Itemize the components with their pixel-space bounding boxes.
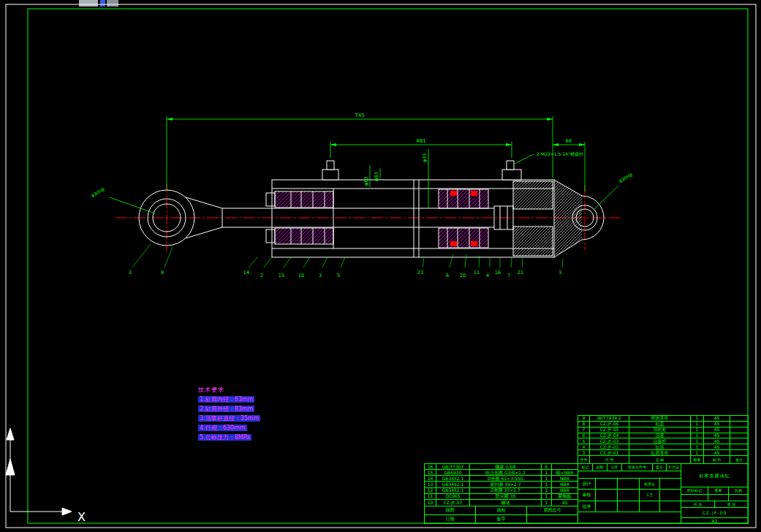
bom-cell-qty: 1 — [691, 422, 704, 428]
bom-cell-name: 缸筒 — [629, 444, 691, 450]
bom-cell-qty: 1 — [691, 444, 704, 450]
bom-cell-name: 活塞 — [629, 433, 691, 439]
blank-cell — [578, 471, 681, 479]
blank-cell — [596, 490, 618, 501]
cad-canvas[interactable]: X — [0, 0, 761, 532]
blank-cell — [660, 490, 681, 501]
dim-overall-label: 745 — [355, 113, 364, 118]
right-eye-dim-label: φ30H8 — [618, 172, 634, 184]
tech-line-3: 3.活塞杆直径：35mm — [198, 415, 260, 422]
bom-header-mat: 材 料 — [704, 456, 730, 463]
bom-row: 12 GB3452.1 O形圈 37×2.7 1 NBR — [425, 488, 578, 494]
callout: 10 — [298, 273, 304, 278]
tech-requirements: 技术要求 1.缸筒内径：63mm 2.缸筒外径：83mm 3.活塞杆直径：35m… — [198, 385, 260, 442]
bom-cell-qty: 1 — [691, 438, 704, 444]
rev-zone: 分区 — [607, 464, 622, 471]
blank-cell — [640, 501, 660, 512]
bom-cell-qty: 1 — [542, 476, 552, 482]
bom-cell-code: GB3452.1 — [436, 476, 470, 482]
bom-row: 7 CZ-JF-05 导向套 1 45 — [578, 428, 748, 433]
stage-values-row — [681, 495, 748, 501]
bom-cell-code: GB3452.1 — [436, 482, 470, 487]
callout: 16 — [495, 270, 501, 276]
dim-end-label: 68 — [566, 138, 572, 144]
dim-arrowheads — [167, 118, 585, 146]
bom-cell-code: CZ-JF-01 — [590, 450, 629, 456]
blank-cell — [660, 501, 681, 512]
design-label: 设计 — [578, 479, 596, 490]
bom-cell-mat — [552, 464, 578, 470]
ucs-y-arrow2 — [6, 459, 15, 475]
bom-cell-seq: 13 — [425, 482, 436, 487]
bom-cell-seq: 3 — [578, 450, 590, 456]
blank-row — [578, 471, 681, 479]
bom-cell-name: 缸盖 — [629, 422, 691, 428]
bom-cell-qty: 1 — [542, 482, 552, 487]
bom-cell-mat: 45 — [704, 450, 730, 456]
bom-cell-seq: 4 — [578, 444, 590, 450]
bom-cell-code: GB/T7307 — [436, 464, 470, 470]
left-eye-dim-label: φ30H8 — [90, 186, 106, 199]
bom-cell-name: 缸底耳环 — [629, 450, 691, 456]
bom-cell-qty: 1 — [691, 428, 704, 433]
tech-line-2: 2.缸筒外径：83mm — [198, 406, 254, 412]
rev-mark: 标记 — [578, 464, 593, 471]
blank-cell — [618, 479, 640, 490]
bom-cell-seq: 9 — [578, 416, 590, 422]
part-name: 前桥支腿油缸 — [681, 464, 748, 487]
bom-header-row: 序号 代 号 名 称 数量 材 料 备注 — [578, 456, 748, 463]
callout: 9 — [161, 270, 164, 276]
blank-row — [578, 512, 681, 523]
bom-cell-mat: 45 — [704, 433, 730, 439]
bom-row: 5 CZ-JF-03 活塞杆 1 45 — [578, 438, 748, 444]
bom-cell-mat: 45 — [552, 500, 578, 506]
stage-row: 阶段标记 重量 比例 — [681, 487, 748, 495]
bom-cell-mat: 45 — [704, 444, 730, 450]
tech-line-1: 1.缸筒内径：63mm — [198, 396, 254, 403]
port-left — [322, 161, 338, 180]
bom-row: 11 QC965 防尘圈 35 1 聚氨酯 — [425, 494, 578, 500]
blank-cell — [708, 495, 729, 501]
bom-row: 14 GB3452.1 O形圈 63×3.55G 1 NBR — [425, 476, 578, 482]
bom-cell-rem — [730, 416, 748, 422]
callout: 11 — [474, 270, 480, 276]
archive-cell: 描校 — [476, 506, 527, 515]
bom-cell-code: CZ-JF-06 — [590, 422, 629, 428]
tech-line-5: 5.公称压力：8MPa — [198, 434, 251, 441]
title-block-right: 前桥支腿油缸 阶段标记 重量 比例 共 张 第 张 CZ-JF-00 A1 — [681, 464, 748, 523]
callout: 3 — [559, 270, 561, 276]
bom-cell-seq: 10 — [425, 500, 436, 506]
tech-line-4: 4.行程：630mm — [198, 425, 247, 431]
bom-cell-qty: 1 — [542, 488, 552, 494]
blank-cell — [729, 495, 748, 501]
ucs-x-label: X — [77, 510, 86, 524]
scale-label: 比例 — [729, 487, 748, 495]
rev-count: 处数 — [593, 464, 607, 471]
callout-leaders — [132, 244, 563, 267]
bom-cell-mat: NBR — [552, 482, 578, 487]
bom-cell-qty: 1 — [542, 500, 552, 506]
bom-cell-qty: 1 — [542, 494, 552, 500]
bom-row: 4 CZ-JF-02 缸筒 1 45 — [578, 444, 748, 450]
bom-cell-rem — [730, 450, 748, 456]
bom-cell-rem — [730, 428, 748, 433]
bom-cell-mat: 聚氨酯 — [552, 494, 578, 500]
bom-row: 10 CZ-JF-07 螺堵 1 45 — [425, 500, 578, 506]
bom-cell-qty: 1 — [691, 450, 704, 456]
callout: 3 — [129, 270, 132, 276]
ucs-x-arrow — [62, 508, 72, 515]
title-block-left: 标记 处数 分区 更改文件号 签名 年月日 设计 标准化 审核 — [578, 464, 681, 523]
dim-od-label: φ83 — [374, 172, 379, 181]
bom-cell-seq: 15 — [425, 470, 436, 476]
bom-row: 3 CZ-JF-01 缸底耳环 1 45 — [578, 450, 748, 456]
dim-rod-label: φ35 — [422, 153, 428, 162]
callout: 6 — [446, 273, 449, 278]
bom-header-code: 代 号 — [590, 456, 629, 463]
bom-cell-code: CZ-JF-04 — [590, 433, 629, 439]
check-label: 审核 — [578, 490, 596, 501]
bom-cell-name: 焊接耳环 — [629, 416, 691, 422]
signature-row: 设计 标准化 — [578, 479, 681, 490]
bom-header-seq: 序号 — [578, 456, 590, 463]
bom-cell-mat: 铜+NBR — [552, 470, 578, 476]
archive-cell: 签字 — [476, 515, 527, 524]
